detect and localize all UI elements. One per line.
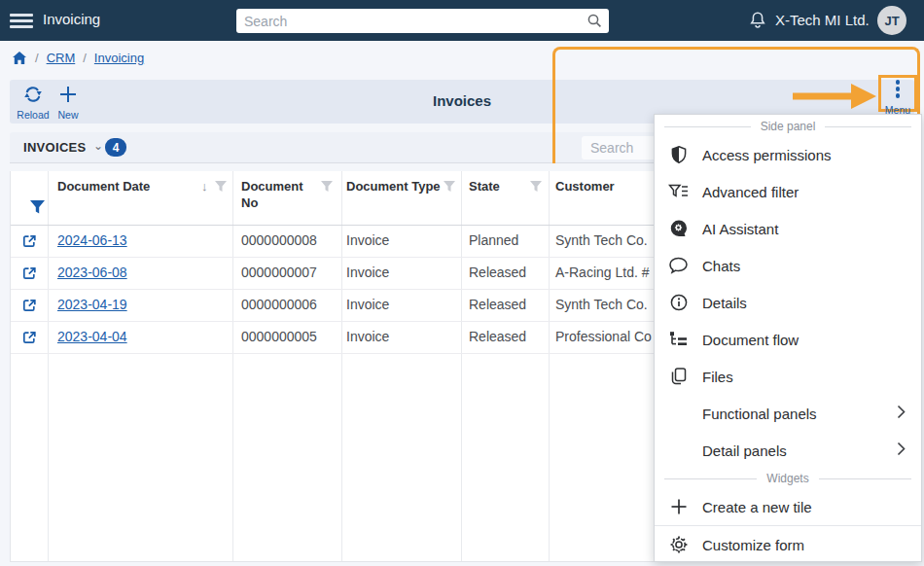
state-cell: Released xyxy=(469,297,526,312)
menu-item-label: Advanced filter xyxy=(702,184,799,200)
state-cell: Planned xyxy=(469,232,518,248)
menu-group-side-panel: Side panel xyxy=(655,117,921,136)
customer-cell: Professional Co xyxy=(555,329,652,344)
top-bar: Invoicing X-Tech MI Ltd. JT xyxy=(0,0,924,41)
filter-list-icon xyxy=(668,182,689,202)
document-no-cell: 0000000006 xyxy=(241,297,317,312)
menu-item-document-flow[interactable]: Document flow xyxy=(655,321,921,358)
column-header-document-date[interactable]: Document Date xyxy=(57,179,150,195)
breadcrumb-separator: / xyxy=(35,51,39,65)
menu-item-access-permissions[interactable]: Access permissions xyxy=(655,136,921,173)
customer-cell: Synth Tech Co. xyxy=(555,232,648,248)
new-label: New xyxy=(47,109,89,121)
menu-group-label: Side panel xyxy=(751,120,826,133)
column-header-customer[interactable]: Customer xyxy=(555,179,615,195)
app-window: Invoicing X-Tech MI Ltd. JT / CRM / Invo… xyxy=(0,0,924,566)
hamburger-menu-icon[interactable] xyxy=(10,11,33,30)
filter-icon[interactable] xyxy=(443,180,456,193)
menu-item-functional-panels[interactable]: Functional panels xyxy=(655,395,921,432)
active-filter-icon[interactable] xyxy=(29,199,46,215)
menu-item-label: Details xyxy=(702,295,747,311)
state-cell: Released xyxy=(469,265,526,280)
gear-icon xyxy=(668,535,689,555)
menu-item-advanced-filter[interactable]: Advanced filter xyxy=(655,173,921,210)
chevron-down-icon[interactable]: ⌄ xyxy=(93,139,103,153)
document-no-cell: 0000000007 xyxy=(241,265,317,280)
notifications-bell-icon[interactable] xyxy=(747,9,768,32)
menu-group-widgets: Widgets xyxy=(655,469,921,488)
app-title: Invoicing xyxy=(43,11,100,27)
menu-item-label: Files xyxy=(702,369,733,385)
menu-item-detail-panels[interactable]: Detail panels xyxy=(655,432,921,469)
company-name[interactable]: X-Tech MI Ltd. xyxy=(775,12,870,28)
ai-assistant-icon xyxy=(668,219,689,239)
column-header-document-type[interactable]: Document Type xyxy=(346,179,441,195)
menu-item-label: Functional panels xyxy=(702,406,817,422)
document-no-cell: 0000000005 xyxy=(241,329,317,344)
menu-item-chats[interactable]: Chats xyxy=(655,247,921,284)
document-date-link[interactable]: 2023-04-19 xyxy=(57,297,127,312)
document-type-cell: Invoice xyxy=(346,329,389,344)
global-search xyxy=(236,9,609,33)
customer-cell: Synth Tech Co. xyxy=(555,297,648,312)
global-search-input[interactable] xyxy=(244,9,580,33)
menu-item-ai-assistant[interactable]: AI Assistant xyxy=(655,210,921,247)
open-record-icon[interactable] xyxy=(21,330,38,346)
document-no-cell: 0000000008 xyxy=(241,232,317,248)
document-type-cell: Invoice xyxy=(346,265,389,280)
document-date-link[interactable]: 2023-04-04 xyxy=(57,329,127,344)
state-cell: Released xyxy=(469,329,526,344)
menu-item-label: AI Assistant xyxy=(702,221,778,237)
open-record-icon[interactable] xyxy=(21,298,38,314)
breadcrumb-invoicing-link[interactable]: Invoicing xyxy=(94,51,144,65)
invoices-count-badge: 4 xyxy=(105,138,126,157)
menu-item-label: Customize form xyxy=(702,537,804,553)
customer-cell: A-Racing Ltd. # xyxy=(555,265,650,280)
breadcrumb-crm-link[interactable]: CRM xyxy=(47,51,76,65)
page-title: Invoices xyxy=(10,92,914,109)
menu-button[interactable]: Menu xyxy=(878,76,917,111)
filter-icon[interactable] xyxy=(320,180,334,193)
home-icon[interactable] xyxy=(12,51,27,65)
menu-item-label: Access permissions xyxy=(702,147,832,163)
menu-item-customize-form[interactable]: Customize form xyxy=(655,526,921,563)
menu-item-label: Chats xyxy=(702,258,740,274)
filter-icon[interactable] xyxy=(529,180,543,193)
context-menu: Side panel Access permissions Advanced f… xyxy=(654,114,922,562)
chevron-right-icon xyxy=(897,405,906,423)
open-record-icon[interactable] xyxy=(21,265,38,282)
document-date-link[interactable]: 2023-06-08 xyxy=(57,265,127,280)
menu-item-label: Create a new tile xyxy=(702,499,812,515)
chat-bubble-icon xyxy=(668,256,689,276)
menu-item-label: Detail panels xyxy=(702,442,787,459)
column-header-document-no[interactable]: Document No xyxy=(241,179,319,212)
document-flow-icon xyxy=(668,330,689,350)
filter-icon[interactable] xyxy=(214,180,228,193)
breadcrumb-separator: / xyxy=(83,51,87,65)
info-icon xyxy=(668,293,689,313)
kebab-menu-icon xyxy=(896,78,901,100)
invoices-list-title[interactable]: INVOICES xyxy=(23,140,87,155)
chevron-right-icon xyxy=(897,442,906,460)
menu-item-create-tile[interactable]: Create a new tile xyxy=(655,488,921,525)
document-type-cell: Invoice xyxy=(346,232,389,248)
menu-item-details[interactable]: Details xyxy=(655,284,921,321)
files-icon xyxy=(668,367,689,387)
avatar[interactable]: JT xyxy=(877,6,906,35)
plus-icon xyxy=(668,497,689,517)
search-icon xyxy=(586,13,603,29)
breadcrumb: / CRM / Invoicing xyxy=(12,49,144,66)
menu-group-label: Widgets xyxy=(757,472,818,485)
shield-icon xyxy=(668,145,689,165)
open-record-icon[interactable] xyxy=(21,233,38,250)
document-type-cell: Invoice xyxy=(346,297,389,312)
sort-descending-icon[interactable]: ↓ xyxy=(201,179,208,194)
menu-item-files[interactable]: Files xyxy=(655,358,921,395)
document-date-link[interactable]: 2024-06-13 xyxy=(57,232,127,248)
menu-item-label: Document flow xyxy=(702,332,799,348)
column-header-state[interactable]: State xyxy=(469,179,500,195)
